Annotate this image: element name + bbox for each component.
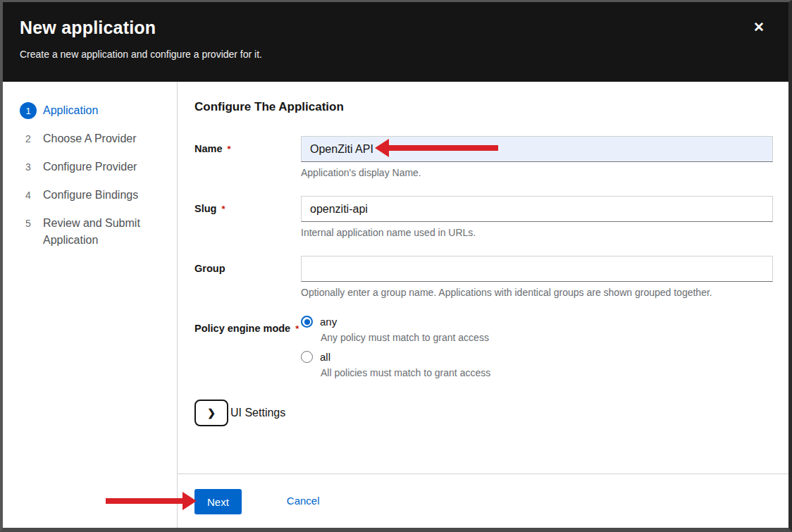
slug-field-group: Slug* Internal application name used in … — [194, 196, 773, 238]
step-number: 4 — [20, 187, 37, 204]
step-label: Choose A Provider — [43, 130, 137, 147]
modal-title: New application — [20, 18, 772, 38]
chevron-right-icon: ❯ — [207, 407, 216, 419]
required-asterisk: * — [295, 323, 299, 334]
slug-control: Internal application name used in URLs. — [301, 196, 773, 238]
wizard-step-review-submit[interactable]: 5 Review and Submit Application — [20, 215, 170, 249]
step-number: 3 — [20, 159, 37, 175]
policy-all-label: all — [320, 351, 330, 363]
wizard-steps-nav: 1 Application 2 Choose A Provider 3 Conf… — [3, 82, 178, 528]
close-icon[interactable]: ✕ — [753, 20, 765, 34]
group-input[interactable] — [301, 256, 773, 282]
step-label: Configure Provider — [43, 159, 137, 175]
policy-all-helper: All policies must match to grant access — [321, 367, 773, 378]
name-label: Name* — [194, 136, 301, 178]
step-number: 5 — [20, 215, 37, 232]
step-number: 2 — [20, 130, 37, 147]
ui-settings-section: ❯ UI Settings — [194, 400, 773, 426]
step-heading: Configure The Application — [194, 100, 773, 114]
slug-input[interactable] — [301, 196, 773, 222]
wizard-step-content: Configure The Application Name* Applicat… — [178, 82, 788, 474]
step-label: Application — [43, 102, 98, 119]
radio-selected-icon[interactable] — [301, 316, 313, 328]
step-number-badge: 1 — [20, 102, 37, 119]
policy-radio-any[interactable]: any — [301, 316, 773, 328]
wizard-step-application[interactable]: 1 Application — [20, 102, 170, 119]
group-label-text: Group — [194, 263, 225, 274]
wizard-step-configure-bindings[interactable]: 4 Configure Bindings — [20, 187, 170, 204]
group-label: Group — [194, 256, 301, 298]
wizard-step-configure-provider[interactable]: 3 Configure Provider — [20, 159, 170, 175]
wizard-step-choose-provider[interactable]: 2 Choose A Provider — [20, 130, 170, 147]
slug-label: Slug* — [194, 196, 301, 238]
radio-unselected-icon[interactable] — [301, 351, 313, 363]
wizard-main-panel: Configure The Application Name* Applicat… — [178, 82, 788, 528]
slug-label-text: Slug — [194, 203, 216, 214]
wizard-footer: Next Cancel — [178, 474, 788, 528]
name-control: Application's display Name. — [301, 136, 773, 178]
policy-any-label: any — [320, 316, 337, 328]
group-field-group: Group Optionally enter a group name. App… — [194, 256, 773, 298]
policy-radio-group: any Any policy must match to grant acces… — [301, 316, 773, 378]
name-input[interactable] — [301, 136, 773, 162]
ui-settings-toggle-button[interactable]: ❯ — [194, 400, 228, 426]
policy-engine-mode-group: Policy engine mode* any Any policy must … — [194, 316, 773, 378]
name-field-group: Name* Application's display Name. — [194, 136, 773, 178]
policy-radio-all[interactable]: all — [301, 351, 773, 363]
required-asterisk: * — [221, 204, 225, 214]
group-control: Optionally enter a group name. Applicati… — [301, 256, 773, 298]
policy-engine-mode-label: Policy engine mode* — [194, 316, 301, 378]
modal-subtitle: Create a new application and configure a… — [20, 49, 772, 60]
required-asterisk: * — [228, 144, 231, 154]
policy-any-helper: Any policy must match to grant access — [321, 332, 773, 343]
cancel-link[interactable]: Cancel — [287, 489, 320, 507]
name-label-text: Name — [194, 143, 223, 154]
modal-body: 1 Application 2 Choose A Provider 3 Conf… — [3, 82, 788, 528]
group-helper-text: Optionally enter a group name. Applicati… — [301, 287, 773, 298]
modal-header: New application Create a new application… — [3, 2, 788, 82]
ui-settings-label: UI Settings — [230, 407, 285, 419]
step-label: Review and Submit Application — [43, 215, 170, 249]
new-application-modal: New application Create a new application… — [0, 0, 792, 532]
step-label: Configure Bindings — [43, 187, 138, 204]
slug-helper-text: Internal application name used in URLs. — [301, 227, 773, 238]
next-button[interactable]: Next — [194, 489, 242, 514]
name-helper-text: Application's display Name. — [301, 167, 773, 178]
policy-label-text: Policy engine mode — [194, 323, 290, 334]
